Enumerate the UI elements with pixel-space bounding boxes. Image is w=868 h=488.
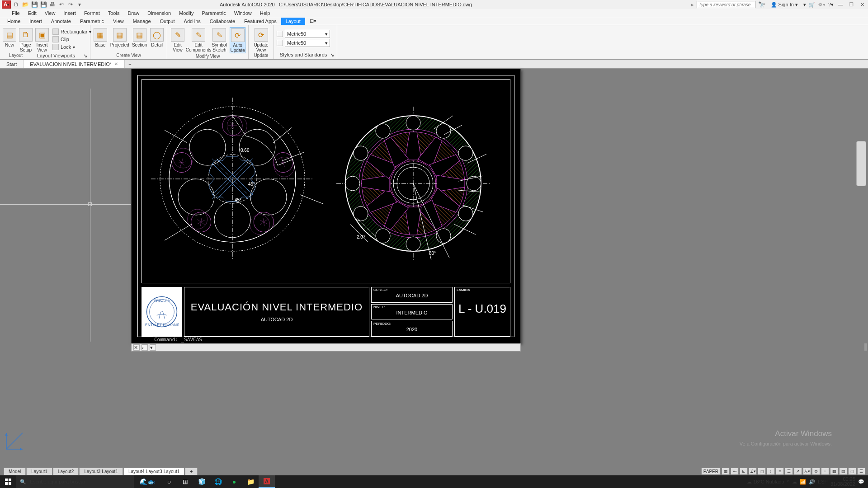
tray-clock[interactable]: 00:2531/08/2022 [830,477,855,487]
menu-insert[interactable]: Insert [63,10,76,16]
tab-extra-icon[interactable]: ⊡▾ [305,17,321,25]
status-annoscale-icon[interactable]: 人▾ [803,468,811,475]
menu-format[interactable]: Format [84,10,100,16]
tray-lang[interactable]: ESP [818,479,828,484]
edit-components-button[interactable]: ✎EditComponents [188,27,209,52]
status-ortho-icon[interactable]: ⊾ [740,468,748,475]
menu-window[interactable]: Window [234,10,252,16]
menu-help[interactable]: Help [260,10,270,16]
tab-featured-apps[interactable]: Featured Apps [240,18,281,25]
tray-wifi-icon[interactable]: 📶 [800,479,806,485]
cmd-prompt-icon[interactable]: ›_ [142,344,148,351]
tab-manage[interactable]: Manage [128,18,156,25]
arrow-icon[interactable]: ▸ [691,2,694,8]
qat-redo-icon[interactable]: ↷ [67,1,74,8]
menu-dimension[interactable]: Dimension [147,10,171,16]
edit-view-button[interactable]: ✎EditView [170,27,185,52]
menu-parametric[interactable]: Parametric [202,10,226,16]
tab-layout[interactable]: Layout [281,18,305,25]
qat-plot-icon[interactable]: 🖶 [49,1,56,8]
qat-saveas-icon[interactable]: 💾 [40,1,47,8]
menu-file[interactable]: File [12,10,20,16]
layout-tab-2[interactable]: Layout2 [53,468,79,475]
menu-tools[interactable]: Tools [108,10,120,16]
layout-tab-1[interactable]: Layout1 [26,468,52,475]
status-grid-icon[interactable]: ▦ [722,468,730,475]
taskbar-search[interactable]: 🔍Escribe aquí para buscar [16,475,134,488]
paper-space[interactable]: 0.60 45° 45° [131,69,521,343]
tray-onedrive-icon[interactable]: ☁ [792,479,797,485]
cmd-close-icon[interactable]: ✕ [133,344,140,351]
close-button[interactable]: ✕ [858,1,866,8]
menu-draw[interactable]: Draw [127,10,139,16]
status-iso-icon[interactable]: ▦ [830,468,838,475]
status-hw-icon[interactable]: ▤ [839,468,847,475]
clip-button[interactable]: Clip [52,36,92,43]
navigation-bar[interactable] [856,141,866,186]
app-icon[interactable]: A▾ [2,0,11,9]
update-view-button[interactable]: ⟳UpdateView [251,27,271,52]
close-doc-icon[interactable]: ✕ [114,61,118,66]
doc-tab-current[interactable]: EVALUACION NIVEL INTERMEDIO*✕ [24,60,125,68]
page-setup-button[interactable]: 🗎PageSetup [19,27,33,52]
tray-volume-icon[interactable]: 🔊 [809,479,815,485]
taskbar-autocad[interactable]: A [259,475,275,488]
taskbar-cortana[interactable]: ○ [161,475,177,488]
auto-update-button[interactable]: ⟳AutoUpdate [230,27,245,53]
taskbar-chrome[interactable]: 🌐 [210,475,226,488]
scroll-indicator[interactable] [864,343,867,351]
tab-insert[interactable]: Insert [25,18,47,25]
tab-parametric[interactable]: Parametric [75,18,108,25]
base-button[interactable]: ▦Base [93,27,108,47]
sign-in-button[interactable]: 👤 Sign In ▾ [768,2,801,8]
symbol-sketch-button[interactable]: ✎SymbolSketch [212,27,227,52]
rectangular-button[interactable]: Rectangular ▾ [52,28,92,35]
status-plus-icon[interactable]: + [821,468,829,475]
cmd-history-icon[interactable]: ▾ [150,344,156,351]
status-polar-icon[interactable]: ∠▾ [749,468,757,475]
qat-undo-icon[interactable]: ↶ [58,1,65,8]
detail-button[interactable]: ◯Detail [150,27,164,47]
status-scale-icon[interactable]: ↕ [767,468,775,475]
tray-notifications-icon[interactable]: 💬 [858,479,864,485]
paper-model-toggle[interactable]: PAPER [701,468,721,475]
status-line-icon[interactable]: ☰ [785,468,793,475]
taskbar-spotify[interactable]: ● [226,475,242,488]
tab-addins[interactable]: Add-ins [179,18,205,25]
status-clean-icon[interactable]: ▢ [848,468,856,475]
layout-tab-add[interactable]: + [185,468,198,475]
lock-button[interactable]: Lock ▾ [52,43,92,51]
projected-button[interactable]: ▦Projected [110,27,129,47]
layout-tab-3[interactable]: Layout3-Layout1 [79,468,123,475]
tab-output[interactable]: Output [156,18,179,25]
menu-edit[interactable]: Edit [28,10,37,16]
taskbar-meet-now[interactable]: 🌊🐟 [134,475,161,488]
status-trans-icon[interactable]: ↗ [794,468,802,475]
layout-tab-model[interactable]: Model [4,468,26,475]
status-gear-icon[interactable]: ⚙ [812,468,820,475]
status-osnap-icon[interactable]: ◻ [758,468,766,475]
start-button[interactable] [0,475,16,488]
taskbar-store[interactable]: 🧊 [193,475,210,488]
style-select-1[interactable]: Metric50▾ [285,30,330,38]
search-input[interactable] [697,1,755,8]
tray-weather[interactable]: ☁ 16°C Nublado [747,479,784,485]
restore-button[interactable]: ❐ [847,1,855,8]
command-bar[interactable]: ✕ ›_ ▾ [131,343,521,352]
status-snap-icon[interactable]: ⌖▾ [731,468,739,475]
qat-save-icon[interactable]: 💾 [31,1,38,8]
qat-open-icon[interactable]: 📂 [22,1,29,8]
status-ann-icon[interactable]: ≡ [776,468,784,475]
qat-more-icon[interactable]: ▾ [76,1,83,8]
minimize-button[interactable]: — [836,1,844,8]
section-button[interactable]: ▦Section [132,27,147,47]
help-icon[interactable]: ?▾ [828,2,834,8]
qat-new-icon[interactable]: 🗋 [13,1,20,8]
tray-chevron-icon[interactable]: ^ [787,479,789,484]
taskbar-taskview[interactable]: ⊞ [177,475,193,488]
cart-icon[interactable]: 🛒 [809,2,815,8]
tab-home[interactable]: Home [3,18,25,25]
binoculars-icon[interactable]: 🔭 [758,1,765,8]
cloud-icon[interactable]: ⛭▾ [818,2,826,7]
new-layout-button[interactable]: ▤New [3,27,16,47]
